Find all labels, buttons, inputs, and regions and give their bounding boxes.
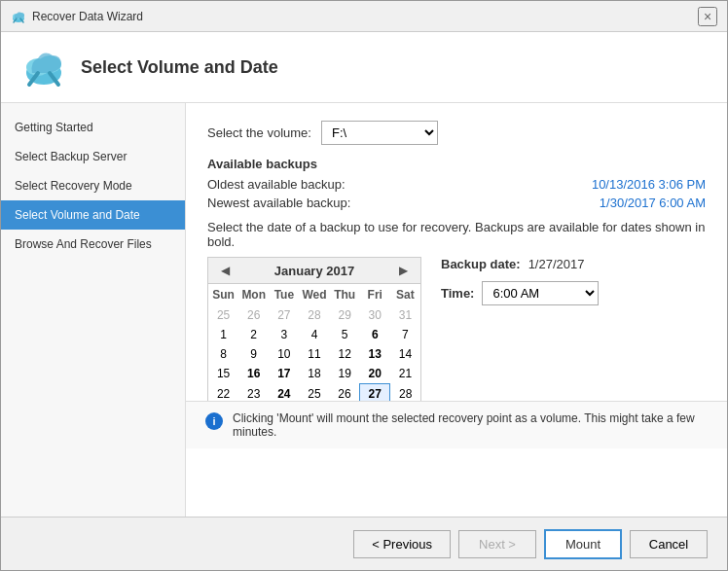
calendar-day[interactable]: 28 xyxy=(299,305,329,325)
calendar-day[interactable]: 27 xyxy=(269,305,299,325)
calendar-month: January 2017 xyxy=(274,264,354,278)
newest-label: Newest available backup: xyxy=(207,196,350,210)
calendar-week-3: 15161718192021 xyxy=(208,364,420,384)
calendar-day[interactable]: 3 xyxy=(269,325,299,344)
info-icon: i xyxy=(205,412,223,430)
wizard-window: Recover Data Wizard × Select Volume and … xyxy=(0,0,728,571)
titlebar-left: Recover Data Wizard xyxy=(11,9,143,24)
next-month-button[interactable]: ▶ xyxy=(394,262,413,279)
prev-month-button[interactable]: ◀ xyxy=(216,262,235,279)
notice-text: Clicking 'Mount' will mount the selected… xyxy=(233,411,708,439)
col-mon: Mon xyxy=(238,284,269,305)
calendar-week-1: 1234567 xyxy=(208,325,420,344)
col-sat: Sat xyxy=(390,284,420,305)
wizard-footer: < Previous Next > Mount Cancel xyxy=(1,517,727,570)
calendar-day[interactable]: 8 xyxy=(208,344,238,364)
previous-button[interactable]: < Previous xyxy=(353,530,451,558)
volume-row: Select the volume: F:\ xyxy=(207,121,706,145)
backup-date-row: Backup date: 1/27/2017 xyxy=(441,257,599,271)
oldest-label: Oldest available backup: xyxy=(207,177,346,192)
calendar-day[interactable]: 7 xyxy=(390,325,420,344)
volume-label: Select the volume: xyxy=(207,125,311,140)
col-sun: Sun xyxy=(208,284,238,305)
window-title: Recover Data Wizard xyxy=(32,10,143,23)
calendar-day[interactable]: 26 xyxy=(238,305,269,325)
calendar-day[interactable]: 16 xyxy=(238,364,269,384)
col-tue: Tue xyxy=(269,284,299,305)
calendar-day[interactable]: 6 xyxy=(360,325,390,344)
calendar-week-0: 25262728293031 xyxy=(208,305,420,325)
oldest-value: 10/13/2016 3:06 PM xyxy=(592,177,706,192)
oldest-backup-row: Oldest available backup: 10/13/2016 3:06… xyxy=(207,177,706,192)
col-wed: Wed xyxy=(299,284,329,305)
newest-backup-row: Newest available backup: 1/30/2017 6:00 … xyxy=(207,196,706,210)
available-title: Available backups xyxy=(207,157,706,171)
time-row: Time: 6:00 AM xyxy=(441,281,599,305)
calendar-day[interactable]: 21 xyxy=(390,364,420,384)
cancel-button[interactable]: Cancel xyxy=(630,530,708,558)
sidebar-item-backup-server[interactable]: Select Backup Server xyxy=(1,142,185,171)
wizard-body: Getting Started Select Backup Server Sel… xyxy=(1,103,727,517)
instruction-text: Select the date of a backup to use for r… xyxy=(207,220,706,249)
calendar-day[interactable]: 12 xyxy=(330,344,360,364)
col-fri: Fri xyxy=(360,284,390,305)
header-icon xyxy=(20,44,67,90)
time-label: Time: xyxy=(441,286,474,301)
sidebar-item-browse-recover[interactable]: Browse And Recover Files xyxy=(1,230,185,259)
col-thu: Thu xyxy=(330,284,360,305)
mount-button[interactable]: Mount xyxy=(544,529,622,559)
next-button: Next > xyxy=(458,530,536,558)
backup-date-value: 1/27/2017 xyxy=(528,257,585,271)
sidebar-item-volume-date[interactable]: Select Volume and Date xyxy=(1,200,185,230)
sidebar-item-getting-started[interactable]: Getting Started xyxy=(1,113,185,142)
calendar-day[interactable]: 25 xyxy=(208,305,238,325)
titlebar: Recover Data Wizard × xyxy=(1,1,727,32)
calendar-header: ◀ January 2017 ▶ xyxy=(208,258,420,284)
sidebar-item-recovery-mode[interactable]: Select Recovery Mode xyxy=(1,171,185,200)
backup-date-label: Backup date: xyxy=(441,257,521,271)
calendar-day[interactable]: 15 xyxy=(208,364,238,384)
calendar-day[interactable]: 18 xyxy=(299,364,329,384)
calendar-day[interactable]: 17 xyxy=(269,364,299,384)
page-header: Select Volume and Date xyxy=(1,32,727,103)
calendar-day[interactable]: 2 xyxy=(238,325,269,344)
newest-value: 1/30/2017 6:00 AM xyxy=(600,196,706,210)
page-title: Select Volume and Date xyxy=(81,57,278,78)
calendar-day[interactable]: 14 xyxy=(390,344,420,364)
notice-bar: i Clicking 'Mount' will mount the select… xyxy=(186,401,727,448)
sidebar: Getting Started Select Backup Server Sel… xyxy=(1,103,186,517)
calendar-day[interactable]: 29 xyxy=(330,305,360,325)
calendar-day[interactable]: 13 xyxy=(360,344,390,364)
calendar-day[interactable]: 10 xyxy=(269,344,299,364)
calendar-week-2: 891011121314 xyxy=(208,344,420,364)
close-button[interactable]: × xyxy=(698,7,717,26)
calendar-day[interactable]: 4 xyxy=(299,325,329,344)
calendar-day[interactable]: 20 xyxy=(360,364,390,384)
calendar-day[interactable]: 1 xyxy=(208,325,238,344)
calendar-day[interactable]: 30 xyxy=(360,305,390,325)
calendar-header-row: Sun Mon Tue Wed Thu Fri Sat xyxy=(208,284,420,305)
calendar-day[interactable]: 31 xyxy=(390,305,420,325)
available-section: Available backups Oldest available backu… xyxy=(207,157,706,210)
calendar-day[interactable]: 5 xyxy=(330,325,360,344)
calendar-day[interactable]: 19 xyxy=(330,364,360,384)
main-content: Select the volume: F:\ Available backups… xyxy=(186,103,727,517)
volume-select[interactable]: F:\ xyxy=(321,121,438,145)
calendar-day[interactable]: 11 xyxy=(299,344,329,364)
app-icon xyxy=(11,9,26,24)
time-select[interactable]: 6:00 AM xyxy=(482,281,599,305)
calendar-day[interactable]: 9 xyxy=(238,344,269,364)
